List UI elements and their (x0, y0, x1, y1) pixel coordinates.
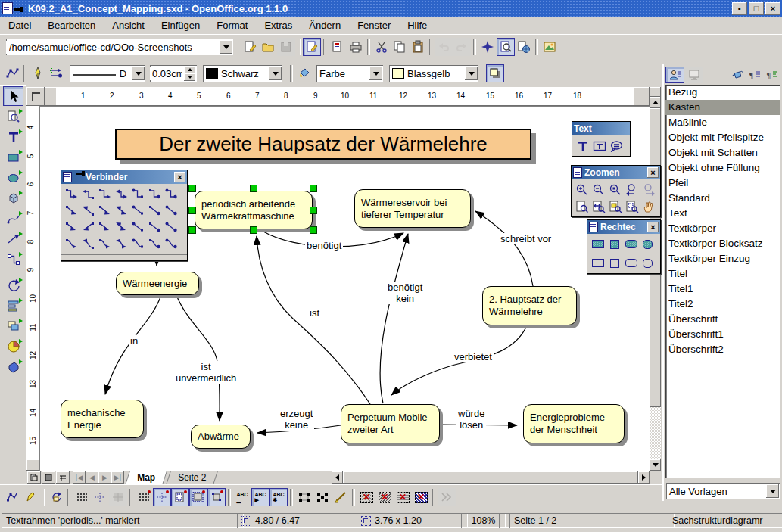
cut-button[interactable] (372, 38, 391, 56)
rotate-tool[interactable] (3, 275, 23, 295)
edit-points-button[interactable] (3, 64, 21, 82)
edit-points-toggle[interactable] (3, 488, 21, 506)
style-list-item[interactable]: Textkörper (665, 221, 780, 236)
status-page[interactable]: Seite 1 / 2 (509, 513, 675, 528)
line-contour-toggle[interactable]: ✕ (412, 488, 430, 506)
style-filter-dropdown-button[interactable] (766, 484, 779, 498)
connector-option[interactable] (97, 186, 113, 202)
new-style-from-selection-button[interactable]: ¶ (746, 67, 763, 83)
rounded-square-outline-option[interactable] (640, 255, 656, 271)
style-filter-select[interactable]: Alle Vorlagen (666, 483, 780, 499)
direct-edit-toggle[interactable] (21, 488, 39, 506)
connector-option[interactable] (164, 203, 179, 219)
edge-label[interactable]: verbietet (453, 351, 494, 362)
rect-outline-option[interactable] (590, 255, 606, 271)
graphic-styles-button[interactable] (665, 67, 684, 83)
arrange-tool[interactable] (3, 316, 23, 336)
style-list-item[interactable]: Titel (665, 266, 780, 282)
connector-option[interactable] (114, 203, 129, 219)
close-button[interactable]: × (765, 2, 780, 15)
text-placeholder-toggle[interactable]: ✕ (394, 488, 412, 506)
ruler-corner[interactable] (26, 87, 45, 106)
rounded-square-filled-option[interactable] (640, 236, 656, 252)
style-list-item[interactable]: Objekt ohne Füllung (665, 160, 780, 176)
selection-handle[interactable] (310, 185, 317, 192)
style-list-item[interactable]: Objekt mit Schatten (665, 145, 780, 160)
connector-option[interactable] (130, 236, 146, 252)
edge-label[interactable]: schreibt vor (499, 233, 553, 244)
page-tab[interactable]: Seite 2 (166, 471, 218, 484)
3d-objects-tool[interactable] (3, 188, 23, 208)
menu-item[interactable]: Fenster (349, 17, 399, 33)
double-click-text-toggle[interactable]: ABC✱ (269, 488, 288, 506)
rect-filled-option[interactable] (590, 236, 606, 252)
verbinder-palette-titlebar[interactable]: Verbinder × (61, 170, 187, 184)
selection-handle[interactable] (310, 207, 317, 214)
vertical-ruler[interactable]: 456789101112131415 (26, 106, 39, 471)
select-tool[interactable] (3, 86, 23, 106)
contour-mode-toggle[interactable]: ✕ (375, 488, 394, 506)
connector-option[interactable] (64, 203, 79, 219)
connector-option[interactable] (147, 186, 163, 202)
selection-handle[interactable] (250, 185, 257, 192)
fill-type-dropdown-button[interactable] (369, 67, 382, 80)
save-button[interactable] (277, 38, 295, 56)
redo-button[interactable] (453, 38, 471, 56)
selection-handle[interactable] (310, 226, 317, 234)
menu-item[interactable]: Format (208, 17, 256, 33)
style-list-item[interactable]: Überschrift2 (665, 342, 780, 357)
rotation-mode-toggle[interactable] (47, 488, 65, 506)
edge-label[interactable]: in (129, 335, 139, 347)
text-frame-option[interactable] (591, 138, 607, 154)
grid-front-toggle[interactable] (109, 488, 127, 506)
snap-to-page-margins-toggle[interactable] (171, 488, 189, 506)
connector-tool[interactable] (3, 250, 23, 269)
update-style-button[interactable]: ¶ (763, 67, 780, 83)
concept-node[interactable]: Wärmeenergie (116, 272, 199, 295)
effects-tool[interactable] (3, 357, 23, 377)
fill-type-select[interactable]: Farbe (316, 65, 383, 82)
line-dialog-button[interactable] (29, 64, 47, 82)
url-combobox[interactable] (6, 39, 233, 55)
next-page-button[interactable]: ▶ (98, 471, 111, 484)
page-mode-normal-button[interactable] (27, 471, 41, 484)
copy-button[interactable] (391, 38, 409, 56)
square-filled-option[interactable] (606, 236, 622, 252)
concept-node[interactable]: 2. Hauptsatz der Wärmelehre (482, 286, 577, 325)
connector-option[interactable] (130, 186, 146, 202)
connector-option[interactable] (80, 236, 96, 252)
hscroll-right-button[interactable] (638, 471, 650, 484)
concept-node[interactable]: Abwärme (191, 425, 251, 449)
new-document-button[interactable] (241, 38, 259, 56)
connector-option[interactable] (114, 219, 129, 235)
style-list-item[interactable]: Pfeil (665, 176, 780, 191)
zoom-in-option[interactable] (574, 182, 590, 198)
curve-tool[interactable] (3, 209, 23, 229)
connector-option[interactable] (64, 236, 79, 252)
gallery-button[interactable] (541, 38, 559, 56)
callout-option[interactable] (608, 138, 624, 154)
connector-option[interactable] (64, 186, 79, 202)
selection-handle[interactable] (188, 185, 196, 192)
shadow-toggle-button[interactable] (486, 64, 504, 82)
line-style-select[interactable]: D (70, 65, 145, 82)
undo-button[interactable] (435, 38, 453, 56)
menu-item[interactable]: Extras (256, 17, 301, 33)
show-grid-toggle[interactable] (73, 488, 91, 506)
connector-option[interactable] (164, 236, 179, 252)
text-option[interactable] (575, 138, 590, 154)
quick-edit-toggle[interactable]: ABC▁ (233, 488, 251, 506)
concept-node[interactable]: Energieprobleme der Menschheit (523, 404, 625, 443)
open-button[interactable] (259, 38, 277, 56)
arrow-style-button[interactable] (47, 64, 65, 82)
connector-option[interactable] (147, 203, 163, 219)
concept-node[interactable]: periodisch arbeitende Wärmekraftmaschine (195, 191, 313, 229)
rounded-rect-filled-option[interactable] (623, 236, 639, 252)
horizontal-scroll-thumb[interactable] (343, 471, 638, 484)
menu-item[interactable]: Datei (0, 17, 39, 33)
zoom-100-option[interactable] (607, 182, 623, 198)
text-palette-titlebar[interactable]: Text (572, 122, 630, 135)
menu-item[interactable]: Ansicht (104, 17, 153, 33)
style-list-item[interactable]: Überschrift1 (665, 327, 780, 342)
select-text-area-toggle[interactable]: ABC▶ (251, 488, 269, 506)
